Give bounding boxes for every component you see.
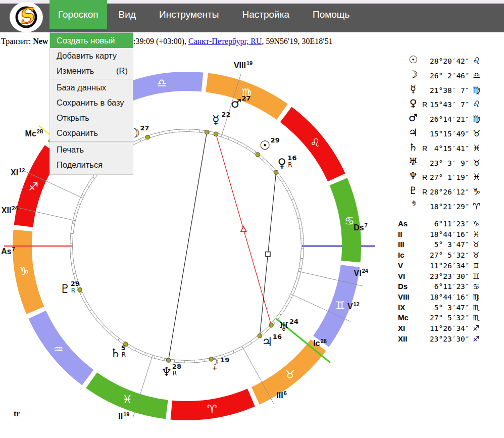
planet-dot-venus <box>274 170 278 174</box>
wheel-house-label-XI: XI12 <box>11 167 25 177</box>
menu-item-Добавить карту[interactable]: Добавить карту <box>50 48 133 63</box>
menu-item-База данных[interactable]: База данных <box>50 80 133 95</box>
menu-item-Поделиться[interactable]: Поделиться <box>50 157 133 172</box>
datetime-location-text: :39:09 (+03:00), Санкт-Петербург, RU, 59… <box>133 37 333 46</box>
menubar-item-Инструменты[interactable]: Инструменты <box>147 0 230 29</box>
planet-glyph-venus: 16 <box>287 154 296 162</box>
ring-tick <box>298 218 300 219</box>
ring-tick <box>269 165 271 167</box>
house-sign-icon: ♑ <box>473 219 479 229</box>
planet-sign-icon: ♉ <box>473 158 480 168</box>
retrograde-flag: R <box>422 143 430 154</box>
panel-house-row-Mc: Mc27° 5′32″♏ <box>384 313 504 323</box>
panel-house-row-As: As 6°11′23″♑ <box>384 219 504 229</box>
house-position: 6°11′23″ <box>430 219 470 229</box>
panel-planet-row-saturn: ♄R 4°15′41″♓ <box>384 143 504 156</box>
transit-abbrev-label: tr <box>14 409 20 418</box>
menu-item-Сохранить в базу[interactable]: Сохранить в базу <box>50 95 133 110</box>
ring-tick <box>90 310 92 311</box>
ring-tick <box>159 132 160 135</box>
wheel-planet-label-sun: ☉29 <box>260 136 280 153</box>
zodiac-glyph-taurus: ♉ <box>285 368 295 381</box>
planet-glyph-uranus: 24 <box>289 318 298 325</box>
ring-tick <box>291 199 294 200</box>
panel-planet-row-neptune: ♆R27° 1′19″♓ <box>384 172 504 184</box>
planet-glyph-pluto: R <box>71 287 75 294</box>
house-label: VI <box>398 271 405 281</box>
app-window: S ГороскопВидИнструментыНастройкаПомощь … <box>0 0 504 438</box>
transit-label: Транзит: New <box>1 37 48 46</box>
panel-planet-row-selena: ☽+18°21′29″♈ <box>384 202 504 214</box>
house-position: 27° 5′32″ <box>430 313 470 323</box>
ring-tick <box>71 233 73 234</box>
menu-item-Изменить[interactable]: Изменить(R) <box>50 63 133 78</box>
planet-dot-sun <box>256 153 260 157</box>
menubar-item-Помощь[interactable]: Помощь <box>301 0 361 29</box>
ring-tick <box>92 177 94 178</box>
panel-planet-row-pluto: ♇R28°26′12″♑ <box>384 187 504 199</box>
menu-item-Сохранить[interactable]: Сохранить <box>50 125 133 140</box>
menubar-item-Настройка[interactable]: Настройка <box>230 0 301 29</box>
house-sign-icon: ♉ <box>473 250 479 260</box>
house-sign-icon: ♐ <box>473 334 479 344</box>
ring-tick <box>103 325 105 327</box>
house-label: Mc <box>398 313 409 323</box>
planet-dot-uranus <box>269 323 273 327</box>
planet-position: 27° 1′19″ <box>430 172 470 182</box>
location-link[interactable]: Санкт-Петербург, RU <box>188 37 262 45</box>
planet-position: 21°38′ 7″ <box>430 85 470 95</box>
planet-symbol-mars-icon: ♂ <box>406 113 420 123</box>
ring-tick <box>297 278 299 278</box>
planet-glyph-mars: 27 <box>242 94 251 102</box>
planet-glyph-saturn: ♄ <box>110 346 121 360</box>
house-label: V <box>398 261 403 271</box>
ring-tick <box>110 332 112 334</box>
menubar-item-Гороскоп[interactable]: Гороскоп <box>49 0 107 29</box>
ring-tick <box>154 356 155 359</box>
zodiac-glyph-aries: ♈ <box>207 403 217 415</box>
zodiac-glyph-cancer: ♋ <box>344 215 355 227</box>
ring-tick <box>135 349 136 351</box>
menu-item-Создать новый[interactable]: Создать новый <box>50 33 133 48</box>
house-position: 27° 5′32″ <box>430 250 470 260</box>
wheel-house-label-III: III6 <box>276 390 286 400</box>
ring-tick <box>80 292 82 293</box>
panel-planet-row-jupiter: ♃15°15′49″♉ <box>384 129 504 141</box>
planet-glyph-venus: R <box>288 161 292 168</box>
ring-tick <box>144 353 145 355</box>
wheel-planet-label-pluto: ♇29R <box>60 280 80 296</box>
house-sign-icon: ♋ <box>473 281 479 291</box>
panel-house-row-II: II18°44′16″♓ <box>384 229 504 239</box>
planet-sign-icon: ♍ <box>473 114 480 124</box>
house-sign-icon: ♊ <box>473 271 479 281</box>
planet-glyph-venus: ♀ <box>278 156 287 170</box>
planet-glyph-mercury: 22 <box>221 111 230 118</box>
ring-tick <box>287 189 289 190</box>
panel-planet-row-moon: ☽26° 2′46″♎ <box>384 71 504 83</box>
planet-glyph-selena: + <box>212 364 218 372</box>
ring-tick <box>205 359 205 362</box>
planet-dot-mercury <box>214 132 218 136</box>
ring-tick <box>300 258 303 259</box>
house-position: 23°23′30″ <box>430 271 470 281</box>
house-position: 11°26′34″ <box>430 323 470 333</box>
ring-tick <box>300 228 303 229</box>
menu-separator <box>50 141 133 141</box>
planet-glyph-pluto: 29 <box>71 280 80 287</box>
ring-tick <box>295 208 297 209</box>
app-logo[interactable]: S <box>10 2 43 32</box>
menubar-item-Вид[interactable]: Вид <box>107 0 147 29</box>
menu-item-Печать[interactable]: Печать <box>50 142 133 157</box>
planet-symbol-saturn-icon: ♄ <box>406 142 420 152</box>
planet-glyph-pluto: ♇ <box>60 282 71 296</box>
ring-tick <box>73 273 76 274</box>
panel-house-row-V: V11°26′34″♊ <box>384 261 504 271</box>
planet-glyph-neptune: R <box>173 370 177 377</box>
wheel-planet-label-saturn: ♄5R <box>110 344 126 360</box>
planet-sign-icon: ♑ <box>473 186 480 197</box>
menu-item-Открыть[interactable]: Открыть <box>50 110 133 125</box>
wheel-house-label-VIII: VIII19 <box>234 60 253 70</box>
panel-house-row-Ic: Ic27° 5′32″♉ <box>384 250 504 260</box>
zodiac-glyph-aquarius: ♒ <box>54 343 64 356</box>
panel-planet-row-venus: ♀R15°43′ 7″♌ <box>384 100 504 112</box>
